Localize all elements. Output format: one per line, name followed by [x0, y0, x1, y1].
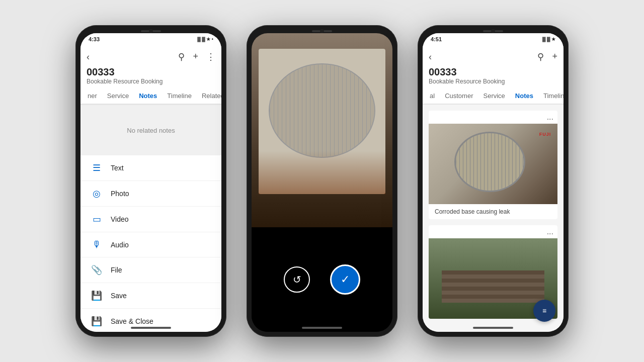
tab-notes-3[interactable]: Notes: [510, 88, 538, 105]
ac-photo-1: FUJI: [429, 124, 557, 204]
menu-file[interactable]: 📎 File: [80, 257, 221, 283]
menu-video[interactable]: ▭ Video: [80, 207, 221, 232]
status-time-3: 4:51: [431, 36, 442, 42]
phone-3-screen: 4:51 ▓ ▓ ★ ‹ ⚲ + 00333 Bookable Resource…: [423, 33, 564, 332]
tab-customer[interactable]: Customer: [440, 88, 478, 105]
scene: 4:33 ▓ ▓ ★ • ‹ ⚲ + ⋮ 00333 Bookable Reso…: [0, 0, 644, 362]
phone-2-screen: ↺ ✓: [252, 33, 392, 332]
search-icon-1[interactable]: ⚲: [178, 51, 185, 62]
ac-grill-lines-photo: [456, 133, 524, 191]
ac-grill-lines: [270, 64, 374, 157]
menu-audio[interactable]: 🎙 Audio: [80, 232, 221, 257]
no-notes-text: No related notes: [127, 127, 175, 134]
tab-timeline-3[interactable]: Timeline: [538, 88, 564, 105]
tab-service-1[interactable]: Service: [102, 88, 134, 105]
camera-dot-3: [491, 29, 495, 33]
bottom-bar-3: [473, 327, 513, 329]
camera-view: [252, 33, 392, 227]
add-icon-1[interactable]: +: [193, 51, 198, 62]
phone-3-header: ‹ ⚲ + 00333 Bookable Resource Booking al…: [423, 45, 564, 105]
phone-2: ↺ ✓: [247, 25, 397, 337]
ac-grill-sim: [269, 63, 375, 158]
file-icon: 📎: [91, 264, 103, 276]
fab-button[interactable]: ≡: [533, 300, 555, 322]
phone-1: 4:33 ▓ ▓ ★ • ‹ ⚲ + ⋮ 00333 Bookable Reso…: [75, 25, 226, 337]
checkmark-icon: ✓: [341, 273, 350, 286]
menu-text[interactable]: ☰ Text: [80, 155, 221, 181]
audio-icon: 🎙: [91, 239, 103, 250]
menu-save-label: Save: [111, 292, 127, 300]
status-bar-1: 4:33 ▓ ▓ ★ •: [80, 33, 221, 45]
menu-text-label: Text: [111, 164, 124, 172]
rust-overlay: [259, 151, 385, 195]
camera-back-button[interactable]: ↺: [284, 266, 310, 293]
status-icons-3: ▓ ▓ ★: [542, 37, 555, 42]
search-icon-3[interactable]: ⚲: [537, 51, 544, 62]
status-time-1: 4:33: [89, 36, 100, 42]
menu-photo[interactable]: ◎ Photo: [80, 181, 221, 207]
phone-1-header: ‹ ⚲ + ⋮ 00333 Bookable Resource Booking …: [80, 45, 221, 105]
nav-row-3: ‹ ⚲ +: [429, 49, 557, 66]
text-icon: ☰: [91, 162, 103, 173]
camera-back-icon: ↺: [293, 274, 301, 286]
note-card-1: ... FUJI Corroded base causing leak: [429, 111, 557, 219]
note-1-caption: Corroded base causing leak: [429, 204, 557, 219]
tabs-row-1: ner Service Notes Timeline Related: [80, 88, 221, 105]
record-subtitle-1: Bookable Resource Booking: [87, 78, 215, 85]
save-close-icon: 💾: [91, 316, 103, 327]
menu-list: ☰ Text ◎ Photo ▭ Video 🎙 Audio 📎 Fil: [80, 155, 221, 332]
pipe-photo: [442, 270, 545, 303]
brand-label: FUJI: [539, 132, 551, 137]
record-title-1: 00333: [87, 66, 215, 78]
phone-3: 4:51 ▓ ▓ ★ ‹ ⚲ + 00333 Bookable Resource…: [418, 25, 569, 337]
ac-unit-sim: [259, 49, 385, 195]
camera-dot-2: [320, 29, 324, 33]
tab-service-3[interactable]: Service: [478, 88, 510, 105]
battery-icon: ▓ ▓ ★ •: [197, 37, 213, 42]
save-icon: 💾: [91, 290, 103, 301]
menu-save-close-label: Save & Close: [111, 317, 153, 325]
add-icon-3[interactable]: +: [552, 51, 557, 62]
notes-content: ... FUJI Corroded base causing leak: [423, 105, 564, 332]
back-icon-1[interactable]: ‹: [87, 52, 90, 62]
tab-related-1[interactable]: Related: [197, 88, 221, 105]
note-1-more-button[interactable]: ...: [547, 113, 553, 122]
camera-shutter-button[interactable]: ✓: [330, 264, 360, 295]
status-icons-1: ▓ ▓ ★ •: [197, 37, 213, 42]
video-icon: ▭: [91, 214, 103, 225]
camera-controls: ↺ ✓: [252, 227, 392, 332]
tab-ner[interactable]: ner: [83, 88, 102, 105]
phone-1-screen: 4:33 ▓ ▓ ★ • ‹ ⚲ + ⋮ 00333 Bookable Reso…: [80, 33, 221, 332]
note-card-1-header: ...: [429, 111, 557, 124]
tab-notes-1[interactable]: Notes: [134, 88, 162, 105]
bottom-bar-1: [131, 327, 171, 329]
menu-photo-label: Photo: [111, 190, 129, 198]
menu-audio-label: Audio: [111, 241, 129, 249]
back-icon-3[interactable]: ‹: [429, 52, 432, 62]
record-title-3: 00333: [429, 66, 557, 78]
menu-save[interactable]: 💾 Save: [80, 283, 221, 309]
status-bar-3: 4:51 ▓ ▓ ★: [423, 33, 564, 45]
camera-dot-1: [149, 29, 153, 33]
record-subtitle-3: Bookable Resource Booking: [429, 78, 557, 85]
menu-video-label: Video: [111, 215, 129, 223]
nav-icons-right-1: ⚲ + ⋮: [178, 51, 215, 62]
bottom-bar-2: [302, 327, 342, 329]
tab-al[interactable]: al: [425, 88, 440, 105]
more-icon-1[interactable]: ⋮: [206, 51, 215, 62]
fab-icon: ≡: [542, 307, 546, 315]
no-notes-area: No related notes: [80, 105, 221, 155]
photo-icon: ◎: [91, 188, 103, 199]
ac-grill-photo: [454, 132, 525, 192]
tabs-row-3: al Customer Service Notes Timeline: [423, 88, 564, 105]
nav-row-1: ‹ ⚲ + ⋮: [87, 49, 215, 66]
note-card-2-header: ...: [429, 225, 557, 238]
tab-timeline-1[interactable]: Timeline: [162, 88, 197, 105]
note-1-image: FUJI: [429, 124, 557, 204]
battery-icon-3: ▓ ▓ ★: [542, 37, 555, 42]
nav-icons-right-3: ⚲ +: [537, 51, 557, 62]
note-2-more-button[interactable]: ...: [547, 227, 553, 236]
menu-file-label: File: [111, 266, 122, 274]
